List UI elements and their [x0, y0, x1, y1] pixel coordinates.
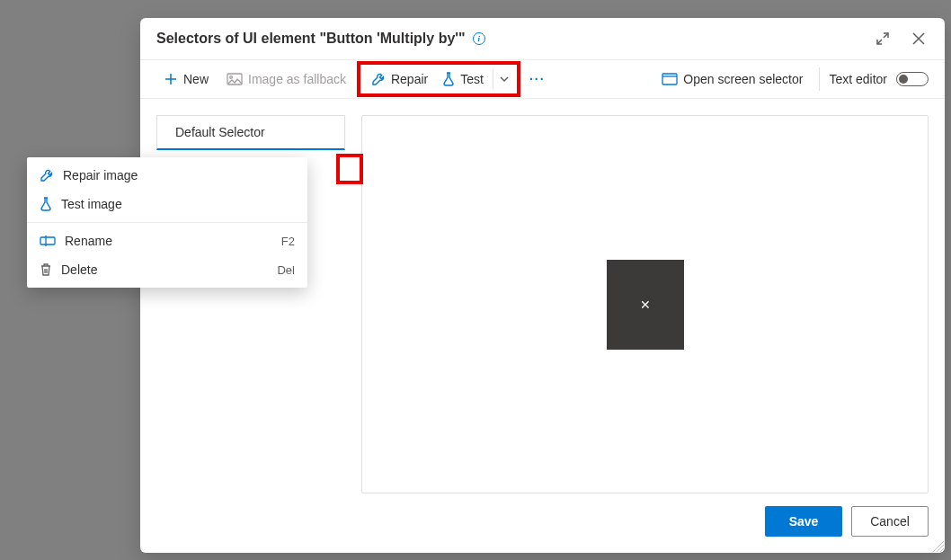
open-selector-label: Open screen selector [683, 72, 803, 86]
menu-label: Delete [61, 262, 97, 277]
flask-icon [442, 72, 455, 86]
selector-item-label: Default Selector [175, 125, 265, 139]
menu-label: Rename [65, 234, 112, 248]
text-editor-label: Text editor [829, 72, 887, 86]
wrench-icon [40, 168, 54, 182]
preview-thumbnail: ✕ [607, 260, 684, 350]
repair-label: Repair [391, 72, 428, 86]
close-icon[interactable] [909, 29, 929, 49]
svg-rect-2 [662, 74, 677, 84]
rename-icon [40, 235, 56, 247]
menu-shortcut: Del [277, 263, 295, 277]
preview-panel: ✕ [361, 115, 929, 493]
context-menu: Repair image Test image Rename F2 Delete… [27, 157, 307, 288]
selector-item-default[interactable]: Default Selector [156, 115, 345, 150]
divider [493, 69, 493, 89]
titlebar: Selectors of UI element "Button 'Multipl… [140, 18, 945, 59]
plus-icon [164, 72, 178, 86]
toolbar: New Image as fallback Repair Test [140, 59, 945, 99]
dialog-title: Selectors of UI element "Button 'Multipl… [156, 31, 466, 47]
expand-icon[interactable] [873, 29, 893, 49]
image-icon [227, 73, 243, 85]
info-icon[interactable]: i [473, 32, 485, 45]
menu-delete[interactable]: Delete Del [27, 255, 307, 284]
menu-shortcut: F2 [281, 235, 295, 248]
save-button[interactable]: Save [765, 506, 842, 537]
resize-grip-icon[interactable] [932, 540, 945, 553]
menu-repair-image[interactable]: Repair image [27, 161, 307, 190]
divider [819, 67, 820, 91]
menu-label: Test image [61, 197, 122, 211]
footer: Save Cancel [140, 493, 945, 553]
test-label: Test [460, 72, 484, 86]
menu-test-image[interactable]: Test image [27, 190, 307, 218]
menu-label: Repair image [63, 168, 138, 182]
menu-separator [27, 222, 307, 223]
chevron-down-icon [499, 74, 510, 84]
title-actions [873, 29, 929, 49]
test-dropdown[interactable] [495, 68, 513, 90]
flask-icon [40, 197, 52, 211]
image-fallback-label: Image as fallback [248, 72, 346, 86]
x-icon: ✕ [640, 298, 651, 312]
cancel-button[interactable]: Cancel [851, 506, 929, 537]
new-button[interactable]: New [156, 67, 216, 92]
wrench-icon [371, 72, 386, 86]
highlight-repair-test: Repair Test [357, 61, 520, 97]
test-button[interactable]: Test [435, 67, 491, 92]
trash-icon [40, 262, 52, 277]
vertical-dots-icon [337, 163, 340, 176]
selector-more-button[interactable] [327, 156, 349, 182]
open-screen-selector-button[interactable]: Open screen selector [654, 67, 810, 92]
text-editor-toggle[interactable] [896, 72, 929, 86]
new-label: New [183, 72, 209, 86]
repair-button[interactable]: Repair [364, 67, 435, 92]
image-fallback-button: Image as fallback [219, 67, 353, 92]
more-toolbar-icon[interactable]: ··· [524, 72, 551, 86]
svg-rect-3 [40, 237, 55, 244]
screen-icon [662, 73, 678, 85]
svg-point-1 [230, 76, 233, 79]
menu-rename[interactable]: Rename F2 [27, 227, 307, 255]
